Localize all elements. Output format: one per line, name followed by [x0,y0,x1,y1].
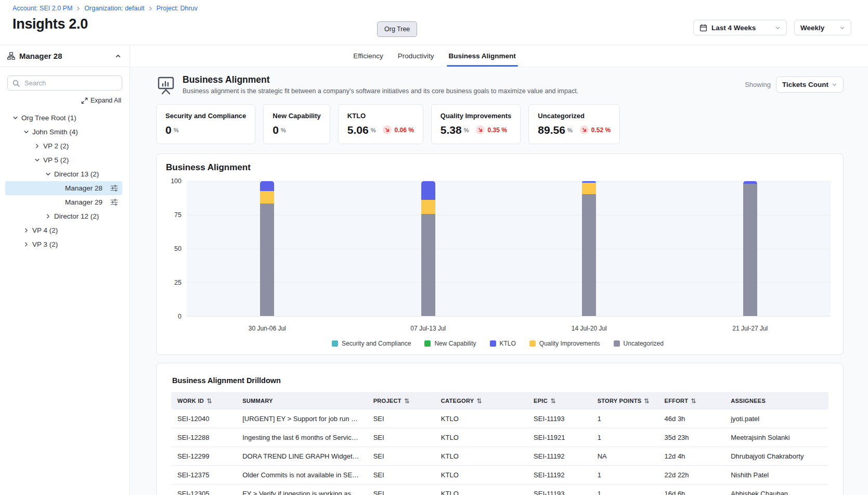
stacked-bar-21-jul-27-jul [743,181,757,316]
cell-work-id: SEI-12375 [171,466,236,485]
chevron-right-icon[interactable] [44,213,51,220]
chevron-down-icon[interactable] [33,157,41,163]
showing-label: Showing [745,81,771,88]
bar-column [348,181,509,316]
trend-down-icon [580,125,589,134]
tree-item-director-13-2[interactable]: Director 13 (2) [5,167,122,181]
legend-label: Uncategorized [624,340,664,347]
sort-icon[interactable] [404,398,410,404]
chevron-right-icon[interactable] [22,241,30,248]
showing-select[interactable]: Tickets Count [776,77,844,93]
sort-icon[interactable] [206,398,212,404]
tree-item-label: John Smith (4) [32,128,78,136]
legend-item-uncategorized[interactable]: Uncategorized [614,340,664,347]
legend-item-security-and-compliance[interactable]: Security and Compliance [332,340,411,347]
tree-item-org-tree-root-1[interactable]: Org Tree Root (1) [5,111,122,125]
cell-summary: DORA TREND LINE GRAPH Widgets is n... [236,447,367,466]
tab-business-alignment[interactable]: Business Alignment [448,52,517,67]
presentation-chart-icon [156,75,176,95]
chart-bars [187,181,831,316]
column-header-epic[interactable]: EPIC [527,392,591,410]
column-header-effort[interactable]: EFFORT [658,392,725,410]
main-panel: EfficiencyProductivityBusiness Alignment… [130,45,868,495]
drilldown-title: Business Alignment Drilldown [172,376,828,385]
legend-swatch [424,340,431,347]
expand-all-button[interactable]: Expand All [8,97,121,104]
tab-productivity[interactable]: Productivity [397,52,435,67]
bar-segment-quality-improvements [582,183,596,194]
legend-item-quality-improvements[interactable]: Quality Improvements [529,340,600,347]
calendar-icon [699,24,707,32]
sort-icon[interactable] [691,398,696,404]
legend-swatch [529,340,536,347]
column-header-category[interactable]: CATEGORY [435,392,527,410]
sidebar-collapse-button[interactable] [114,52,122,60]
legend-item-ktlo[interactable]: KTLO [490,340,516,347]
tree-item-label: VP 2 (2) [43,142,69,150]
y-tick-label: 50 [174,245,182,252]
column-header-summary: SUMMARY [236,392,367,410]
stat-label: Security and Compliance [165,112,246,120]
org-tree-button[interactable]: Org Tree [377,21,417,37]
column-header-story-points[interactable]: STORY POINTS [591,392,658,410]
column-header-assignees: ASSIGNEES [724,392,828,410]
tree-item-john-smith-4[interactable]: John Smith (4) [5,125,122,139]
cell-summary: Older Commits is not available in SEI - … [236,466,367,485]
tree-item-vp-4-2[interactable]: VP 4 (2) [5,223,122,237]
chart-x-axis: 30 Jun-06 Jul07 Jul-13 Jul14 Jul-20 Jul2… [187,325,831,332]
column-header-work-id[interactable]: WORK ID [171,392,236,410]
sort-icon[interactable] [550,398,556,404]
bar-segment-uncategorized [582,194,596,316]
interval-select[interactable]: Weekly [794,20,851,35]
cell-effort: 22d 22h [658,466,725,485]
chevron-right-icon[interactable] [33,143,41,149]
tree-item-vp-5-2[interactable]: VP 5 (2) [5,153,122,167]
filter-sliders-icon[interactable] [110,199,118,206]
bar-segment-uncategorized [743,184,757,316]
cell-work-id: SEI-12299 [171,447,236,466]
breadcrumb-account[interactable]: Account: SEI 2.0 PM [12,5,72,12]
date-range-select[interactable]: Last 4 Weeks [693,20,787,35]
sort-icon[interactable] [476,398,482,404]
section-title: Business Alignment [183,74,578,85]
chevron-right-icon[interactable] [22,227,30,234]
breadcrumb-organization[interactable]: Organization: default [84,5,144,12]
chevron-down-icon[interactable] [44,171,51,177]
legend-label: Quality Improvements [539,340,600,347]
y-tick-label: 0 [178,313,182,320]
search-input[interactable] [23,79,117,87]
stat-card-security-and-compliance: Security and Compliance 0 % [156,104,255,144]
cell-category: KTLO [435,447,527,466]
stat-delta-value: 0.52 % [591,126,611,134]
chart-plot [187,181,831,316]
tree-item-vp-2-2[interactable]: VP 2 (2) [5,139,122,153]
drilldown-card: Business Alignment Drilldown WORK IDSUMM… [156,363,844,495]
tab-efficiency[interactable]: Efficiency [352,52,384,67]
chevron-right-icon [148,6,153,11]
bar-segment-ktlo [421,181,435,200]
cell-summary: [URGENT] EY > Support for job run par... [236,410,367,428]
bar-column [670,181,831,316]
cell-project: SEI [367,485,435,495]
cell-story-points: 1 [591,485,658,495]
x-tick-label: 14 Jul-20 Jul [509,325,670,332]
sort-icon[interactable] [644,398,650,404]
chart-title: Business Alignment [166,162,831,173]
filter-sliders-icon[interactable] [110,185,118,192]
tree-item-director-12-2[interactable]: Director 12 (2) [5,209,122,223]
tree-item-vp-3-2[interactable]: VP 3 (2) [5,237,122,251]
tree-item-label: Director 12 (2) [54,212,99,220]
stat-card-quality-improvements: Quality Improvements 5.38 % 0.35 % [431,104,521,144]
column-header-project[interactable]: PROJECT [367,392,435,410]
tree-item-manager-29[interactable]: Manager 29 [5,195,122,209]
legend-item-new-capability[interactable]: New Capability [424,340,476,347]
cell-category: KTLO [435,485,527,495]
legend-swatch [332,340,338,347]
tree-item-manager-28[interactable]: Manager 28 [5,181,122,195]
chevron-down-icon[interactable] [11,115,19,121]
chevron-down-icon[interactable] [22,129,30,135]
stat-delta-value: 0.06 % [394,126,413,134]
bar-segment-quality-improvements [260,191,274,204]
breadcrumb-project[interactable]: Project: Dhruv [157,5,198,12]
cell-effort: 16d 6h [658,485,725,495]
